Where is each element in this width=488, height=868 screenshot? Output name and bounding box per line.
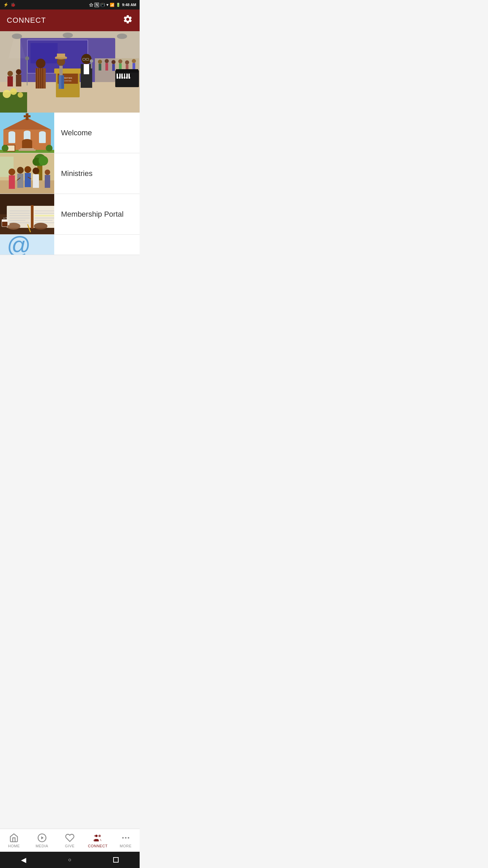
- svg-rect-87: [20, 148, 34, 150]
- svg-rect-12: [112, 64, 115, 71]
- app-bar: CONNECT: [0, 9, 140, 31]
- people-svg: [0, 153, 54, 194]
- page-title: CONNECT: [7, 16, 46, 25]
- svg-rect-63: [7, 76, 13, 86]
- gear-icon: [123, 14, 133, 24]
- menu-item-ministries[interactable]: Ministries: [0, 153, 140, 194]
- svg-rect-107: [33, 174, 39, 188]
- ministries-image: [0, 153, 54, 194]
- membership-image: [0, 194, 54, 235]
- svg-rect-21: [54, 68, 81, 74]
- svg-point-106: [33, 167, 39, 174]
- svg-rect-133: [8, 221, 9, 225]
- status-bar: ⚡ 🐞 ⚝ N 📳 ▾ 📶 🔋 9:48 AM: [0, 0, 140, 9]
- battery-icon: 🔋: [116, 3, 121, 7]
- church-building-svg: [0, 113, 54, 153]
- svg-rect-134: [2, 222, 7, 226]
- svg-point-17: [132, 59, 136, 63]
- wifi-icon: ▾: [106, 3, 108, 7]
- hero-image: WESTSIDE CHRISTIAN: [0, 31, 140, 113]
- bluetooth-icon: ⚝: [89, 2, 93, 7]
- svg-rect-8: [99, 64, 101, 71]
- hero-svg: WESTSIDE CHRISTIAN: [0, 31, 140, 113]
- svg-point-100: [8, 169, 15, 175]
- membership-label: Membership Portal: [54, 194, 140, 234]
- svg-point-70: [117, 34, 127, 39]
- svg-rect-33: [57, 54, 65, 58]
- svg-rect-10: [105, 63, 108, 71]
- svg-rect-101: [9, 175, 15, 189]
- svg-text:WESTSIDE: WESTSIDE: [63, 77, 73, 79]
- svg-rect-105: [25, 173, 31, 187]
- menu-item-email[interactable]: @: [0, 235, 140, 255]
- usb-icon: ⚡: [3, 2, 8, 7]
- menu-item-membership[interactable]: Membership Portal: [0, 194, 140, 235]
- svg-point-9: [105, 59, 109, 63]
- bible-svg: [0, 194, 54, 235]
- vibrate-icon: 📳: [100, 3, 105, 7]
- svg-point-108: [45, 170, 50, 175]
- welcome-label: Welcome: [54, 113, 140, 153]
- svg-point-84: [22, 139, 32, 144]
- svg-point-130: [34, 223, 47, 230]
- time-display: 9:48 AM: [122, 3, 136, 7]
- svg-point-64: [16, 69, 21, 75]
- menu-item-welcome[interactable]: Welcome: [0, 113, 140, 153]
- svg-point-98: [39, 156, 48, 165]
- svg-rect-54: [118, 74, 119, 77]
- settings-button[interactable]: [123, 14, 133, 27]
- debug-icon: 🐞: [11, 2, 16, 7]
- svg-point-11: [111, 60, 116, 64]
- svg-point-25: [36, 59, 45, 68]
- svg-rect-109: [45, 175, 50, 188]
- svg-rect-47: [116, 69, 138, 73]
- svg-point-60: [10, 88, 17, 95]
- svg-point-82: [39, 131, 46, 135]
- svg-point-15: [125, 60, 129, 64]
- svg-point-13: [118, 59, 122, 63]
- welcome-image: [0, 113, 54, 153]
- svg-point-59: [3, 90, 11, 98]
- email-svg: @: [0, 235, 54, 255]
- svg-point-102: [17, 167, 24, 174]
- svg-rect-34: [55, 58, 67, 59]
- svg-point-91: [46, 145, 53, 152]
- status-left-icons: ⚡ 🐞: [3, 2, 16, 7]
- menu-list: Welcome: [0, 113, 140, 255]
- svg-rect-65: [16, 75, 21, 86]
- email-label: [54, 235, 140, 255]
- svg-text:@: @: [7, 235, 31, 255]
- svg-point-62: [7, 71, 13, 76]
- svg-point-67: [25, 56, 29, 60]
- svg-point-45: [90, 59, 93, 63]
- svg-rect-57: [130, 74, 131, 77]
- nfc-icon: N: [95, 3, 99, 7]
- svg-rect-37: [61, 75, 64, 89]
- svg-point-90: [2, 145, 8, 152]
- svg-rect-76: [24, 115, 30, 117]
- svg-rect-56: [125, 74, 126, 77]
- svg-rect-43: [84, 64, 89, 74]
- svg-rect-135: [35, 215, 54, 216]
- svg-point-69: [63, 33, 73, 38]
- svg-point-7: [98, 60, 102, 64]
- svg-rect-55: [123, 74, 124, 77]
- ministries-label: Ministries: [54, 153, 140, 194]
- status-right-icons: ⚝ N 📳 ▾ 📶 🔋 9:48 AM: [89, 2, 136, 7]
- svg-point-68: [12, 34, 22, 39]
- svg-point-81: [24, 131, 30, 134]
- signal-icon: 📶: [110, 3, 115, 7]
- svg-point-80: [8, 131, 15, 135]
- svg-rect-116: [31, 205, 34, 229]
- svg-point-61: [18, 92, 23, 98]
- svg-point-104: [24, 166, 31, 173]
- svg-rect-103: [17, 174, 23, 188]
- svg-rect-36: [59, 75, 61, 89]
- email-image: @: [0, 235, 54, 255]
- svg-text:CHRISTIAN: CHRISTIAN: [64, 80, 72, 82]
